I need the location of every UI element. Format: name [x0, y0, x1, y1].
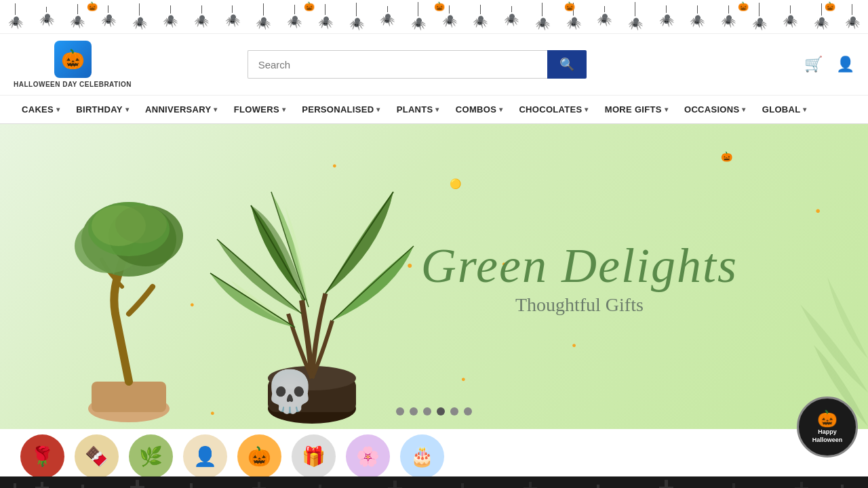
- spider-body: 🕷️: [318, 15, 333, 30]
- spider-item: 🕷️: [132, 3, 147, 30]
- carousel-dot-5[interactable]: [450, 407, 458, 415]
- spider-item: 🕷️: [411, 2, 426, 31]
- carousel-dot-1[interactable]: [396, 407, 404, 415]
- spider-string: [201, 5, 202, 14]
- pumpkin-accent: 🎃: [825, 1, 835, 12]
- cart-icon[interactable]: 🛒: [804, 56, 823, 73]
- spider-body: 🕷️: [845, 15, 860, 30]
- spider-item: 🕷️: [101, 5, 116, 28]
- spider-string: [108, 5, 108, 13]
- spider-item: 🕷️: [256, 3, 271, 30]
- spider-body: 🕷️: [721, 14, 736, 28]
- spider-string: [821, 3, 822, 16]
- search-icon: 🔍: [559, 58, 574, 71]
- spider-string: [666, 5, 667, 13]
- accent-dot-5: ●: [190, 300, 195, 308]
- nav-item-occasions[interactable]: OCCASIONS▾: [676, 96, 754, 124]
- spider-string: [635, 2, 635, 16]
- nav-chevron-anniversary: ▾: [214, 106, 217, 113]
- carousel-dot-2[interactable]: [410, 407, 418, 415]
- spider-item: 🕷️: [721, 5, 736, 28]
- accent-dot-6: ●: [210, 409, 215, 417]
- carousel-dot-6[interactable]: [464, 407, 472, 415]
- spider-body: 🕷️: [752, 16, 767, 31]
- spider-string: [15, 3, 16, 15]
- nav-item-birthday[interactable]: BIRTHDAY▾: [68, 96, 137, 124]
- spider-item: 🕷️: [194, 5, 209, 28]
- spider-body: 🕷️: [380, 12, 395, 27]
- spider-string: [77, 4, 78, 14]
- accent-dot-7: ●: [461, 375, 466, 383]
- spider-string: [697, 5, 698, 14]
- login-icon[interactable]: 👤: [836, 56, 854, 73]
- spider-body: 🕷️: [690, 14, 705, 28]
- nav-item-personalised[interactable]: PERSONALISED▾: [294, 96, 388, 124]
- spider-item: 🕷️: [845, 4, 860, 30]
- spider-string: [449, 5, 450, 14]
- thumb-2[interactable]: 🍫: [75, 434, 119, 476]
- spider-item: 🕷️: [39, 7, 54, 27]
- thumb-1[interactable]: 🌹: [20, 434, 64, 476]
- skeleton-decoration: 💀: [264, 367, 315, 415]
- spider-body: 🕷️: [225, 13, 240, 28]
- svg-rect-30: [319, 485, 321, 488]
- spider-body: 🕷️: [783, 14, 797, 28]
- nav-item-plants[interactable]: PLANTS▾: [389, 96, 448, 124]
- nav-label-anniversary: ANNIVERSARY: [145, 104, 211, 115]
- spider-body: 🕷️: [39, 12, 54, 27]
- thumb-5[interactable]: 🎃: [237, 434, 281, 476]
- nav-chevron-flowers: ▾: [282, 106, 285, 113]
- spider-item: 🕷️: [752, 3, 767, 31]
- nav-chevron-birthday: ▾: [125, 106, 129, 113]
- spider-string: [852, 4, 852, 15]
- badge-text: Happy Halloween: [812, 428, 843, 444]
- bottom-section: 🌹 🍫 🌿 👤 🎃 🎁 🌸 🎂: [0, 429, 868, 476]
- thumb-8[interactable]: 🎂: [400, 434, 444, 476]
- svg-rect-36: [529, 482, 532, 488]
- spider-string: [325, 4, 326, 15]
- spider-item: 🕷️: [349, 3, 364, 31]
- spider-body: 🕷️: [8, 15, 23, 30]
- search-button[interactable]: 🔍: [547, 50, 587, 79]
- spider-string: [480, 5, 481, 14]
- thumb-6[interactable]: 🎁: [292, 434, 336, 476]
- nav-item-chocolates[interactable]: CHOCOLATES▾: [511, 96, 596, 124]
- nav-item-anniversary[interactable]: ANNIVERSARY▾: [137, 96, 226, 124]
- pumpkin-float-3: ●: [407, 260, 412, 270]
- nav-item-global[interactable]: GLOBAL▾: [754, 96, 815, 124]
- spider-string: [170, 5, 171, 14]
- carousel-dot-3[interactable]: [423, 407, 431, 415]
- pumpkin-accent: 🎃: [564, 1, 575, 12]
- spider-body: 🕷️: [504, 12, 519, 27]
- spider-body: 🕷️: [349, 16, 364, 31]
- spider-item: 🕷️: [163, 5, 178, 28]
- thumb-4[interactable]: 👤: [183, 434, 227, 476]
- search-input[interactable]: [248, 50, 547, 79]
- nav-label-cakes: CAKES: [22, 104, 54, 115]
- spider-item: 🕷️: [535, 3, 550, 31]
- nav-item-cakes[interactable]: CAKES▾: [14, 96, 68, 124]
- pumpkin-accent: 🎃: [738, 1, 749, 12]
- nav-label-more-gifts: MORE GIFTS: [605, 104, 662, 115]
- thumb-7[interactable]: 🌸: [346, 434, 390, 476]
- spider-body: 🕷️: [597, 12, 612, 27]
- nav-item-more-gifts[interactable]: MORE GIFTS▾: [597, 96, 676, 124]
- nav-item-flowers[interactable]: FLOWERS▾: [226, 96, 294, 124]
- accent-dot-3: ●: [572, 341, 576, 349]
- nav-label-plants: PLANTS: [397, 104, 433, 115]
- spider-string: [790, 5, 791, 14]
- nav-label-birthday: BIRTHDAY: [76, 104, 122, 115]
- hero-text-block: Green Delights Thoughtful Gifts: [421, 238, 738, 316]
- header: 🎃 HALLOWEEN DAY CELEBRATION 🔍 🛒 👤: [0, 34, 868, 96]
- thumb-3[interactable]: 🌿: [129, 434, 173, 476]
- svg-rect-42: [732, 483, 735, 488]
- nav-chevron-chocolates: ▾: [585, 106, 588, 113]
- nav-item-combos[interactable]: COMBOS▾: [448, 96, 511, 124]
- spider-item: 🕷️: [597, 6, 612, 27]
- svg-rect-18: [14, 483, 16, 488]
- svg-line-14: [332, 246, 414, 321]
- svg-rect-1: [92, 382, 166, 412]
- spider-item: 🕷️: [628, 2, 643, 31]
- svg-rect-32: [393, 481, 397, 488]
- carousel-dot-4[interactable]: [437, 407, 445, 415]
